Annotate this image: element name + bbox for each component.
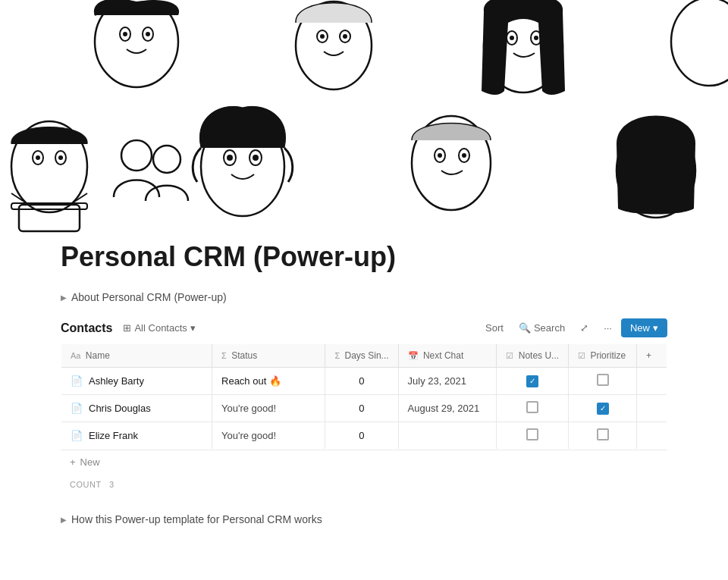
add-new-row[interactable]: + New (61, 450, 667, 474)
th-add[interactable]: + (637, 344, 667, 368)
toolbar: Sort 🔍 Search ⤢ ··· New ▾ (479, 318, 667, 337)
cell-prioritize-2[interactable] (569, 422, 637, 450)
cell-add-1 (637, 395, 667, 422)
th-prioritize: ☑ Prioritize (569, 344, 637, 368)
status-text: You're good! (221, 430, 276, 441)
new-label: New (630, 322, 650, 334)
cell-prioritize-0[interactable] (569, 368, 637, 395)
cell-days-1: 0 (325, 395, 398, 422)
cell-notes-0[interactable]: ✓ (497, 368, 569, 395)
illustration-banner (0, 0, 728, 235)
notes-checkbox[interactable] (526, 401, 538, 413)
status-text: Reach out (221, 375, 266, 387)
status-text: You're good! (221, 403, 276, 414)
view-selector[interactable]: ⊞ All Contacts ▾ (118, 321, 199, 335)
contact-name: Chris Douglas (89, 403, 151, 414)
th-days-since: Σ Days Sin... (325, 344, 398, 368)
table-row[interactable]: 📄Ashley BartyReach out 🔥0July 23, 2021✓ (61, 368, 667, 395)
svg-point-35 (438, 153, 442, 158)
search-label: Search (534, 322, 565, 334)
table-header-row: Aa Name Σ Status Σ Days Sin... 📅 Next Ch… (61, 344, 667, 368)
new-button[interactable]: New ▾ (621, 318, 667, 337)
about-toggle-arrow: ▶ (61, 293, 67, 302)
cell-status-0: Reach out 🔥 (212, 368, 325, 395)
contact-name: Ashley Barty (89, 375, 144, 387)
sort-button[interactable]: Sort (479, 319, 510, 337)
doc-icon: 📄 (71, 375, 83, 387)
cell-prioritize-1[interactable]: ✓ (569, 395, 637, 422)
th-status: Σ Status (212, 344, 325, 368)
add-new-label: New (80, 456, 100, 468)
prioritize-checkbox[interactable]: ✓ (597, 403, 609, 415)
svg-point-26 (153, 146, 180, 173)
cell-next-chat-2 (398, 422, 497, 450)
expand-button[interactable]: ⤢ (574, 319, 595, 337)
prioritize-check-icon: ☑ (578, 351, 585, 360)
svg-point-4 (146, 32, 150, 36)
cell-name-1[interactable]: 📄Chris Douglas (61, 395, 212, 422)
svg-point-20 (58, 155, 63, 160)
contacts-title: Contacts (61, 321, 112, 335)
status-sigma-icon: Σ (221, 351, 227, 360)
about-toggle-label: About Personal CRM (Power-up) (71, 291, 227, 303)
contacts-table: Aa Name Σ Status Σ Days Sin... 📅 Next Ch… (61, 343, 667, 450)
svg-point-25 (121, 140, 152, 171)
cell-name-2[interactable]: 📄Elize Frank (61, 422, 212, 450)
nextchat-cal-icon: 📅 (408, 351, 419, 360)
svg-point-14 (534, 36, 538, 40)
sort-label: Sort (485, 322, 504, 334)
prioritize-checkbox[interactable] (597, 374, 609, 386)
about-toggle[interactable]: ▶ About Personal CRM (Power-up) (61, 291, 667, 303)
prioritize-checkbox[interactable] (597, 428, 609, 440)
cell-days-2: 0 (325, 422, 398, 450)
cell-add-0 (637, 368, 667, 395)
more-button[interactable]: ··· (598, 319, 618, 337)
notes-checkbox[interactable] (526, 428, 538, 440)
svg-point-13 (510, 36, 514, 40)
doc-icon: 📄 (71, 403, 83, 414)
days-sigma-icon: Σ (334, 351, 340, 360)
th-name: Aa Name (61, 344, 212, 368)
cell-next-chat-0: July 23, 2021 (398, 368, 497, 395)
expand-icon: ⤢ (580, 322, 588, 334)
svg-point-9 (343, 34, 347, 39)
cell-status-2: You're good! (212, 422, 325, 450)
table-row[interactable]: 📄Chris DouglasYou're good!0August 29, 20… (61, 395, 667, 422)
th-notes: ☑ Notes U... (497, 344, 569, 368)
table-row[interactable]: 📄Elize FrankYou're good!0 (61, 422, 667, 450)
doc-icon: 📄 (71, 430, 83, 441)
view-grid-icon: ⊞ (123, 322, 131, 334)
cell-next-chat-1: August 29, 2021 (398, 395, 497, 422)
contact-name: Elize Frank (89, 430, 138, 441)
svg-point-8 (320, 34, 325, 39)
how-toggle-label: How this Power-up template for Personal … (71, 513, 322, 525)
add-new-plus-icon: + (70, 456, 76, 468)
search-icon: 🔍 (519, 322, 531, 334)
view-chevron-icon: ▾ (190, 322, 196, 334)
notes-checkbox[interactable]: ✓ (526, 375, 538, 387)
how-toggle-arrow: ▶ (61, 516, 67, 524)
count-row: COUNT 3 (61, 474, 667, 495)
cell-notes-1[interactable] (497, 395, 569, 422)
cell-add-2 (637, 422, 667, 450)
how-toggle[interactable]: ▶ How this Power-up template for Persona… (61, 513, 667, 525)
cell-notes-2[interactable] (497, 422, 569, 450)
cell-status-1: You're good! (212, 395, 325, 422)
name-type-icon: Aa (71, 351, 80, 360)
search-button[interactable]: 🔍 Search (513, 319, 571, 337)
contacts-section: Contacts ⊞ All Contacts ▾ Sort 🔍 Search … (61, 318, 667, 495)
notes-check-icon: ☑ (506, 351, 513, 360)
view-label-text: All Contacts (134, 322, 187, 334)
page-title: Personal CRM (Power-up) (61, 241, 667, 273)
svg-point-19 (36, 155, 40, 160)
svg-point-15 (671, 0, 728, 86)
page-content: Personal CRM (Power-up) ▶ About Personal… (0, 241, 728, 571)
svg-point-36 (462, 153, 466, 158)
th-next-chat: 📅 Next Chat (398, 344, 497, 368)
more-icon: ··· (604, 322, 612, 334)
contacts-header: Contacts ⊞ All Contacts ▾ Sort 🔍 Search … (61, 318, 667, 337)
svg-point-30 (227, 155, 233, 161)
svg-point-3 (123, 32, 127, 36)
count-value: 3 (109, 480, 115, 489)
cell-name-0[interactable]: 📄Ashley Barty (61, 368, 212, 395)
